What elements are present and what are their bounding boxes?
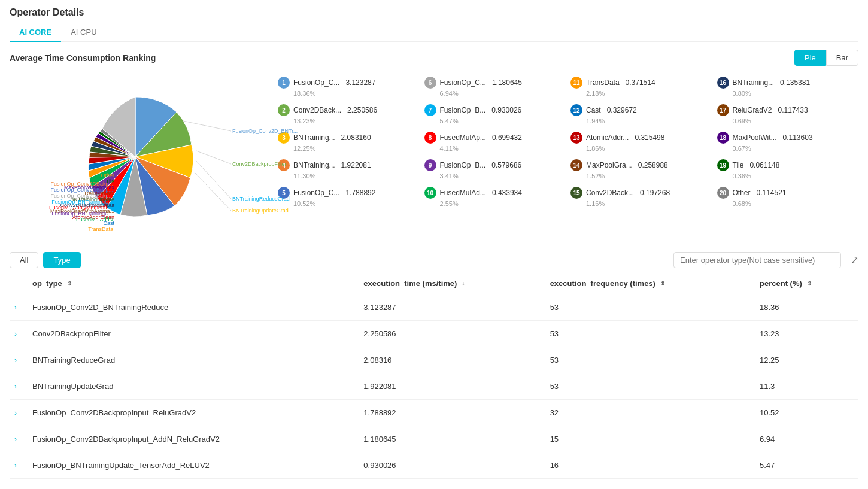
legend-item-7: 7 FusionOp_B... 0.930026 5.47% [420, 101, 566, 128]
legend-pct-11: 2.18% [586, 90, 708, 97]
row-exec-time-5: 1.788892 [359, 400, 545, 426]
legend-pct-15: 1.16% [586, 200, 708, 207]
legend-num-18: 18 [717, 132, 729, 144]
svg-text:FusionOp_Conv2DBakp...: FusionOp_Conv2DBakp... [50, 187, 113, 193]
tab-ai-core[interactable]: AI CORE [10, 23, 61, 42]
table-row: › FusionOp_Conv2D_BNTrainingReduce 3.123… [10, 294, 858, 321]
legend-name-11: TransData [586, 78, 620, 87]
tab-ai-cpu[interactable]: AI CPU [61, 23, 106, 42]
row-op-type-1: FusionOp_Conv2D_BNTrainingReduce [28, 294, 359, 321]
filter-row: All Type ⤢ [10, 252, 858, 268]
sort-percent-icon: ⇕ [807, 280, 812, 287]
row-op-type-5: FusionOp_Conv2DBackpropInput_ReluGradV2 [28, 400, 359, 426]
sort-exec-time-icon: ↓ [462, 280, 465, 287]
legend-num-10: 10 [424, 187, 436, 199]
legend-pct-4: 11.30% [293, 172, 415, 180]
table-row: › Conv2DBackpropFilter 2.250586 53 13.23 [10, 321, 858, 347]
row-expand-3[interactable]: › [10, 347, 28, 373]
legend-value-13: 0.315498 [635, 133, 664, 142]
legend-name-6: FusionOp_C... [440, 78, 486, 87]
row-op-type-3: BNTrainingReduceGrad [28, 347, 359, 373]
filter-all-button[interactable]: All [10, 252, 38, 268]
row-exec-time-7: 0.930026 [359, 452, 545, 479]
legend-pct-9: 3.41% [440, 172, 562, 180]
svg-text:FusionOp_BNTrainingU...: FusionOp_BNTrainingU... [51, 211, 113, 217]
row-expand-4[interactable]: › [10, 373, 28, 400]
chart-area: Other Tile MaxPoolWithArgmax ReluGradV2 … [10, 73, 858, 242]
row-pct-5: 10.52 [755, 400, 858, 426]
legend-pct-1: 18.36% [293, 90, 415, 97]
row-expand-2[interactable]: › [10, 321, 28, 347]
legend-name-15: Conv2DBack... [586, 189, 634, 197]
legend-item-13: 13 AtomicAddr... 0.315498 1.86% [566, 128, 712, 156]
legend-pct-20: 0.68% [733, 200, 854, 207]
col-exec-freq[interactable]: execution_frequency (times) ⇕ [545, 273, 755, 294]
row-op-type-4: BNTrainingUpdateGrad [28, 373, 359, 400]
section-header: Average Time Consumption Ranking Pie Bar [10, 50, 858, 66]
svg-text:FusedMulAddN: FusedMulAddN [76, 217, 113, 223]
legend-item-17: 17 ReluGradV2 0.117433 0.69% [712, 101, 859, 128]
legend-value-17: 0.117433 [778, 106, 808, 114]
row-exec-time-3: 2.08316 [359, 347, 545, 373]
legend-value-16: 0.135381 [780, 78, 810, 87]
legend-num-19: 19 [717, 159, 729, 171]
svg-text:FusionOp_BNTrainingU...: FusionOp_BNTrainingU... [51, 199, 113, 205]
table-wrapper: op_type ⇕ execution_time (ms/time) ↓ exe… [10, 273, 858, 479]
row-exec-freq-1: 53 [545, 294, 755, 321]
row-exec-time-2: 2.250586 [359, 321, 545, 347]
pie-chart-container: Other Tile MaxPoolWithArgmax ReluGradV2 … [10, 73, 261, 242]
col-op-type[interactable]: op_type ⇕ [28, 273, 359, 294]
table-body: › FusionOp_Conv2D_BNTrainingReduce 3.123… [10, 294, 858, 479]
row-exec-time-4: 1.922081 [359, 373, 545, 400]
legend-item-11: 11 TransData 0.371514 2.18% [566, 73, 712, 101]
row-expand-7[interactable]: › [10, 452, 28, 479]
table-row: › BNTrainingReduceGrad 2.08316 53 12.25 [10, 347, 858, 373]
legend-item-18: 18 MaxPoolWit... 0.113603 0.67% [712, 128, 859, 156]
row-op-type-6: FusionOp_Conv2DBackpropInput_AddN_ReluGr… [28, 426, 359, 452]
legend-num-6: 6 [424, 77, 436, 89]
legend-value-14: 0.258988 [638, 161, 668, 169]
legend-pct-17: 0.69% [733, 117, 854, 124]
operator-search-input[interactable] [673, 252, 841, 268]
row-expand-6[interactable]: › [10, 426, 28, 452]
row-pct-7: 5.47 [755, 452, 858, 479]
legend-num-1: 1 [278, 77, 290, 89]
filter-type-button[interactable]: Type [43, 252, 80, 268]
legend-pct-6: 6.94% [440, 90, 562, 97]
legend-item-2: 2 Conv2DBack... 2.250586 13.23% [273, 101, 420, 128]
legend-name-3: BNTraining... [293, 133, 335, 142]
row-expand-5[interactable]: › [10, 400, 28, 426]
col-percent[interactable]: percent (%) ⇕ [755, 273, 858, 294]
legend-value-1: 3.123287 [345, 78, 375, 87]
legend-name-4: BNTraining... [293, 161, 335, 169]
legend-item-5: 5 FusionOp_C... 1.788892 10.52% [273, 183, 420, 211]
legend-name-1: FusionOp_C... [293, 78, 339, 87]
legend-name-2: Conv2DBack... [293, 106, 341, 114]
legend-num-16: 16 [717, 77, 729, 89]
legend-name-16: BNTraining... [733, 78, 775, 87]
legend-item-20: 20 Other 0.114521 0.68% [712, 183, 859, 211]
legend-num-13: 13 [570, 132, 582, 144]
row-expand-1[interactable]: › [10, 294, 28, 321]
legend-value-19: 0.061148 [749, 161, 779, 169]
legend-num-2: 2 [278, 104, 290, 116]
legend-name-13: AtomicAddr... [586, 133, 629, 142]
legend-item-19: 19 Tile 0.061148 0.36% [712, 156, 859, 183]
legend-name-10: FusedMulAd... [440, 189, 486, 197]
expand-icon[interactable]: ⤢ [851, 254, 858, 266]
legend-name-9: FusionOp_B... [440, 161, 486, 169]
table-row: › BNTrainingUpdateGrad 1.922081 53 11.3 [10, 373, 858, 400]
pie-toggle-button[interactable]: Pie [794, 50, 826, 66]
table-row: › FusionOp_Conv2DBackpropInput_ReluGradV… [10, 400, 858, 426]
col-exec-time[interactable]: execution_time (ms/time) ↓ [359, 273, 545, 294]
legend-name-17: ReluGradV2 [733, 106, 772, 114]
legend-item-4: 4 BNTraining... 1.922081 11.30% [273, 156, 420, 183]
legend-num-14: 14 [570, 159, 582, 171]
row-exec-freq-6: 15 [545, 426, 755, 452]
legend-pct-5: 10.52% [293, 200, 415, 207]
legend-name-12: Cast [586, 106, 601, 114]
legend-value-2: 2.250586 [347, 106, 377, 114]
legend-pct-14: 1.52% [586, 172, 708, 180]
bar-toggle-button[interactable]: Bar [826, 50, 858, 66]
legend-item-16: 16 BNTraining... 0.135381 0.80% [712, 73, 859, 101]
